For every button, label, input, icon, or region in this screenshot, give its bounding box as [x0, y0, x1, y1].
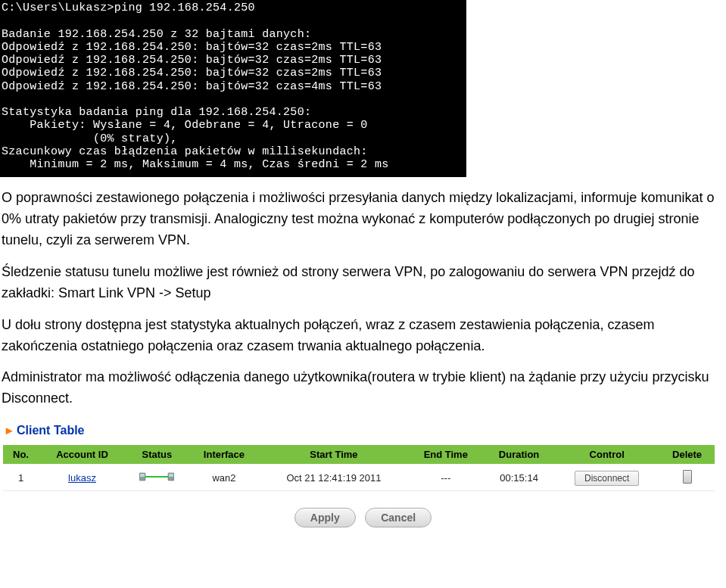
col-start: Start Time: [260, 445, 407, 465]
connection-status-icon: [139, 471, 174, 484]
account-link[interactable]: lukasz: [68, 472, 96, 484]
cell-start: Oct 21 12:41:19 2011: [260, 465, 407, 491]
cell-end: ---: [408, 465, 484, 491]
terminal-line: Statystyka badania ping dla 192.168.254.…: [2, 106, 311, 119]
terminal-line: Szacunkowy czas błądzenia pakietów w mil…: [2, 145, 368, 158]
section-heading: ▸ Client Table: [0, 420, 726, 440]
document-body: O poprawności zestawionego połączenia i …: [0, 177, 726, 409]
svg-rect-1: [140, 474, 145, 477]
terminal-output: C:\Users\Lukasz>ping 192.168.254.250 Bad…: [0, 0, 466, 177]
table-header-row: No. Account ID Status Interface Start Ti…: [3, 445, 715, 465]
paragraph: O poprawności zestawionego połączenia i …: [2, 188, 721, 251]
terminal-line: Odpowiedź z 192.168.254.250: bajtów=32 c…: [2, 54, 382, 67]
terminal-line: (0% straty),: [2, 132, 178, 145]
apply-button[interactable]: Apply: [294, 508, 356, 527]
terminal-line: Badanie 192.168.254.250 z 32 bajtami dan…: [2, 28, 311, 41]
terminal-line: C:\Users\Lukasz>ping 192.168.254.250: [2, 2, 255, 14]
cell-delete: [659, 465, 715, 491]
col-duration: Duration: [484, 445, 554, 465]
paragraph: U dołu strony dostępna jest statystyka a…: [2, 315, 721, 357]
terminal-line: Pakiety: Wysłane = 4, Odebrane = 4, Utra…: [2, 119, 368, 132]
cancel-button[interactable]: Cancel: [365, 508, 432, 527]
cell-status: [126, 465, 189, 491]
terminal-line: Odpowiedź z 192.168.254.250: bajtów=32 c…: [2, 41, 382, 54]
col-status: Status: [126, 445, 189, 465]
col-delete: Delete: [659, 445, 715, 465]
table-row: 1 lukasz wan2 Oct 21 12:41:19 2011 --- 0…: [3, 465, 715, 491]
col-control: Control: [554, 445, 659, 465]
cell-no: 1: [3, 465, 39, 491]
trash-icon[interactable]: [683, 470, 692, 484]
section-title-label: Client Table: [17, 424, 85, 437]
cell-interface: wan2: [189, 465, 260, 491]
svg-rect-4: [169, 474, 173, 477]
cell-control: Disconnect: [554, 465, 659, 491]
paragraph: Śledzenie statusu tunelu możliwe jest ró…: [2, 262, 721, 304]
paragraph: Administrator ma możliwość odłączenia da…: [2, 367, 721, 409]
col-no: No.: [3, 445, 39, 465]
client-table: No. Account ID Status Interface Start Ti…: [3, 445, 715, 491]
col-interface: Interface: [189, 445, 260, 465]
terminal-line: Odpowiedź z 192.168.254.250: bajtów=32 c…: [2, 80, 382, 93]
terminal-line: Odpowiedź z 192.168.254.250: bajtów=32 c…: [2, 67, 382, 79]
arrow-icon: ▸: [6, 423, 12, 437]
cell-duration: 00:15:14: [484, 465, 554, 491]
col-end: End Time: [408, 445, 484, 465]
col-account: Account ID: [39, 445, 126, 465]
cell-account: lukasz: [39, 465, 126, 491]
disconnect-button[interactable]: Disconnect: [575, 471, 639, 486]
terminal-line: Minimum = 2 ms, Maksimum = 4 ms, Czas śr…: [2, 158, 389, 171]
button-row: Apply Cancel: [0, 491, 726, 535]
